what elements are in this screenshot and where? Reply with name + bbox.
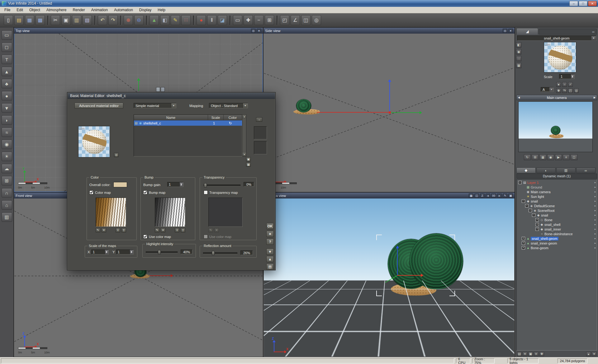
tab-aspect[interactable]: ◐ <box>536 167 556 173</box>
expand-toggle[interactable]: − <box>532 213 535 217</box>
save-material-button[interactable]: ▲ <box>266 256 274 262</box>
remove-from-selection-button[interactable]: ⊖ <box>134 15 144 25</box>
quad-view-button[interactable]: ◫ <box>301 15 311 25</box>
bump-use-color-map-checkbox[interactable]: Use color map <box>143 235 171 239</box>
save-as-button[interactable]: ▩ <box>36 15 45 25</box>
boolean-tool[interactable]: ∩ <box>2 188 12 198</box>
object-preview[interactable]: 10m <box>544 42 576 72</box>
camera-view-button[interactable]: ◎ <box>312 15 321 25</box>
x-gizmo-axis[interactable] <box>397 275 421 276</box>
highlight-value[interactable]: 40% <box>181 250 192 254</box>
open-scene-button[interactable]: ▤ <box>14 15 24 25</box>
material-slot[interactable] <box>254 126 267 139</box>
expand-toggle[interactable]: + <box>535 218 539 222</box>
list-mode-icon[interactable]: ≡ <box>534 352 539 356</box>
visibility-arrow-icon[interactable]: ▸ <box>595 190 596 193</box>
terrain-tool[interactable]: ▲ <box>2 67 12 76</box>
expand-toggle[interactable]: − <box>518 181 522 184</box>
snail-shell-side[interactable] <box>296 99 311 112</box>
cone-tool[interactable]: ▼ <box>2 103 12 113</box>
save-view-icon[interactable]: ▣ <box>508 194 513 198</box>
fit-view-button[interactable]: ⊞ <box>265 15 274 25</box>
column-header[interactable]: Color <box>224 115 242 120</box>
expand-toggle[interactable]: + <box>522 241 525 245</box>
primitives-button[interactable]: ◧ <box>160 15 169 25</box>
scene-tree-item[interactable]: + ▲ snail_inner-geom ▸ <box>517 241 597 245</box>
tab-objects[interactable]: ◆ <box>516 167 536 173</box>
slider-thumb[interactable] <box>204 183 207 187</box>
preview-mode-select[interactable]: A ▼ <box>541 87 554 92</box>
duplicate-button[interactable]: ▧ <box>83 15 92 25</box>
bump-gain-input[interactable]: 1 <box>167 182 183 187</box>
undo-button[interactable]: ↶ <box>98 15 107 25</box>
spinner-arrows-icon[interactable] <box>130 250 133 254</box>
visibility-arrow-icon[interactable]: ▸ <box>595 232 596 235</box>
material-preview[interactable]: 10m <box>78 126 110 157</box>
spline-tool[interactable]: ≈ <box>2 128 12 137</box>
rock-tool[interactable]: ● <box>2 91 12 100</box>
split-view-icon[interactable]: ◫ <box>474 194 479 198</box>
dice-icon[interactable]: ∷ <box>516 56 521 61</box>
scene-tree-item[interactable]: ◉ Main camera ▸ <box>517 189 597 194</box>
house-tool[interactable]: ⌂ <box>2 200 12 210</box>
menu-item[interactable]: File <box>1 7 13 13</box>
paste-material-icon[interactable]: ▦ <box>246 162 251 167</box>
column-header[interactable]: Name <box>134 115 208 120</box>
material-color-icon[interactable]: ↻ <box>222 121 239 125</box>
link-icon[interactable]: ∞ <box>592 30 595 34</box>
snail-shell-main[interactable] <box>410 233 463 289</box>
copy-button[interactable]: ▣ <box>61 15 71 25</box>
expand-toggle[interactable]: + <box>522 237 525 240</box>
spinner-arrows-icon[interactable] <box>105 250 108 254</box>
expand-toggle[interactable]: + <box>522 246 525 250</box>
visibility-arrow-icon[interactable]: ▸ <box>595 214 596 217</box>
camera-preview[interactable] <box>518 101 593 152</box>
material-row[interactable]: ▤ ◉ shellshell_c 1 ↻ <box>134 120 242 126</box>
menu-item[interactable]: Animation <box>88 7 111 13</box>
plane-preview-icon[interactable]: ○ <box>562 82 567 87</box>
tool-tab-strip[interactable]: ∞ <box>539 29 597 35</box>
transparency-map-checkbox[interactable]: Transparency map <box>204 190 238 194</box>
visibility-arrow-icon[interactable]: ▸ <box>595 204 596 207</box>
edit-map-icon[interactable]: ✎ <box>208 228 213 232</box>
advanced-editor-button[interactable]: Advanced material editor <box>74 103 123 109</box>
zbuffer-icon[interactable]: Z <box>480 194 485 198</box>
render-options-button[interactable]: ◪ <box>218 15 227 25</box>
map-scale-x-input[interactable]: 1 <box>91 250 109 254</box>
new-layer-icon[interactable]: ▤ <box>517 352 522 356</box>
select-tool-button[interactable]: ▭ <box>233 15 242 25</box>
cloud-tool[interactable]: ☁ <box>2 164 12 173</box>
visibility-arrow-icon[interactable]: ▸ <box>595 186 596 189</box>
clipboard-icon[interactable] <box>161 87 165 92</box>
mapping-select[interactable]: Object - Standard ▼ <box>209 103 248 108</box>
dialog-title-bar[interactable]: Basic Material Editor: shellshell_c <box>68 93 275 99</box>
scene-tree-item[interactable]: + ◇ Bone ▸ <box>517 217 597 222</box>
camera-name[interactable]: Main camera <box>521 96 592 100</box>
visibility-arrow-icon[interactable]: ▸ <box>595 223 596 226</box>
visibility-arrow-icon[interactable]: ▸ <box>595 200 596 203</box>
options-icon[interactable]: ≡ <box>563 154 570 160</box>
scene-tree-item[interactable]: − ◈ DefaultScene ▸ <box>517 203 597 208</box>
visibility-arrow-icon[interactable]: ▸ <box>595 242 596 245</box>
scene-tree-item[interactable]: − ◈ SceneRoot ▸ <box>517 208 597 213</box>
menu-item[interactable]: Edit <box>13 7 26 13</box>
list-scrollbar[interactable]: ▲ ▼ <box>242 114 246 156</box>
scene-tree-item[interactable]: ▦ Ground ▸ <box>517 185 597 189</box>
slider-thumb[interactable] <box>158 250 161 254</box>
viewport-menu-icon[interactable]: ▾ <box>508 29 513 33</box>
pivot-icon[interactable]: ◎ <box>574 88 579 93</box>
zoom-extents-icon[interactable]: ◎ <box>251 29 256 33</box>
delete-map-icon[interactable]: ✕ <box>102 228 106 232</box>
menu-item[interactable]: Object <box>26 7 43 13</box>
transparency-use-color-map-checkbox[interactable]: Use color map <box>204 235 231 239</box>
expand-toggle[interactable]: − <box>522 199 525 203</box>
light-tool[interactable]: ☀ <box>2 152 12 161</box>
add-to-selection-button[interactable]: ⊕ <box>124 15 133 25</box>
scene-tree-item[interactable]: ☀ Sun light ▸ <box>517 194 597 199</box>
transfer-material-icon[interactable]: → <box>256 117 262 122</box>
maximize-button[interactable]: □ <box>579 1 587 6</box>
export-tool[interactable]: ▥ <box>2 212 12 222</box>
bump-map-preview[interactable] <box>155 198 185 227</box>
frame-counter[interactable]: 00 <box>491 194 496 198</box>
highlight-slider[interactable] <box>146 251 178 253</box>
